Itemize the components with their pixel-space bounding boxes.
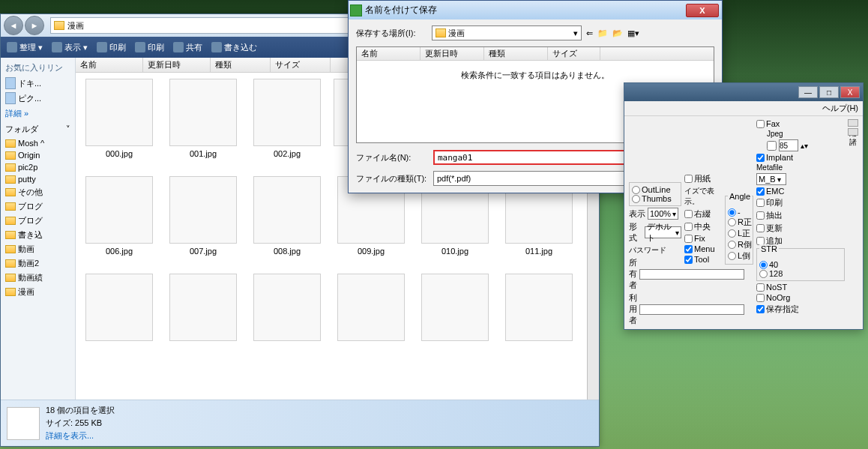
zoom-select[interactable]: 100% xyxy=(648,208,678,220)
user-label: 利用者 xyxy=(629,292,637,326)
new-folder-icon[interactable]: 📂 xyxy=(612,28,623,38)
display-label: 表示 xyxy=(629,208,645,220)
sidebar-folder[interactable]: 漫画 xyxy=(4,286,72,298)
angle-l-inv[interactable]: L倒 xyxy=(728,250,750,262)
sidebar-documents[interactable]: ドキ... xyxy=(4,76,72,90)
file-thumb[interactable]: 007.jpg xyxy=(166,176,241,256)
noorg-check[interactable]: NoOrg xyxy=(756,293,845,302)
jpeg-check[interactable] xyxy=(767,141,777,151)
minimize-button[interactable]: — xyxy=(798,86,818,98)
share-button[interactable]: 共有 xyxy=(173,42,202,53)
forward-button[interactable]: ► xyxy=(25,16,44,35)
status-size: サイズ: 255 KB xyxy=(46,418,115,429)
thumbs-radio[interactable]: Thumbs xyxy=(632,194,678,203)
outline-radio[interactable]: OutLine xyxy=(632,185,678,194)
savespec-check[interactable]: 保存指定 xyxy=(756,304,845,315)
list-col-type[interactable]: 種類 xyxy=(484,47,548,60)
settings-window: — □ X ヘルプ(H) OutLine Thumbs 表示100% 形式デホル… xyxy=(624,82,864,330)
sidebar-folder[interactable]: putty xyxy=(4,174,72,184)
tool-check[interactable]: Tool xyxy=(684,255,722,264)
sidebar-folder[interactable]: 動画2 xyxy=(4,257,72,270)
file-thumb[interactable]: 002.jpg xyxy=(250,79,325,158)
up-folder-icon[interactable]: 📁 xyxy=(597,28,608,38)
angle-group: Angle xyxy=(728,192,752,201)
view-menu-icon[interactable]: ▦▾ xyxy=(627,28,639,38)
file-thumb[interactable] xyxy=(334,274,409,341)
angle-none[interactable]: - xyxy=(728,208,750,217)
sidebar-folder[interactable]: 動画 xyxy=(4,243,72,256)
str-128[interactable]: 128 xyxy=(759,269,842,278)
owner-label: 所有者 xyxy=(629,257,637,291)
print-button-2[interactable]: 印刷 xyxy=(135,42,164,53)
jpeg-quality[interactable] xyxy=(779,139,798,151)
print-button-1[interactable]: 印刷 xyxy=(97,42,126,53)
location-combo[interactable]: 漫画 xyxy=(432,25,582,40)
file-thumb[interactable] xyxy=(501,274,576,341)
file-thumb[interactable]: 008.jpg xyxy=(250,176,325,256)
list-col-date[interactable]: 更新日時 xyxy=(421,47,484,60)
burn-button[interactable]: 書き込む xyxy=(211,42,257,53)
close-button[interactable]: X xyxy=(840,86,860,98)
file-thumb[interactable]: 006.jpg xyxy=(82,176,157,256)
col-date[interactable]: 更新日時 xyxy=(143,58,211,72)
str-group: STR xyxy=(759,244,779,253)
list-col-size[interactable]: サイズ xyxy=(548,47,600,60)
folders-header[interactable]: フォルダ˅ xyxy=(4,122,72,136)
metafile-label: Metafile xyxy=(756,163,845,172)
sidebar-folder[interactable]: ブログ xyxy=(4,200,72,213)
status-details-link[interactable]: 詳細を表示... xyxy=(46,430,115,442)
angle-r-pos[interactable]: R正 xyxy=(728,217,750,228)
help-menu[interactable]: ヘルプ(H) xyxy=(822,103,858,112)
file-thumb[interactable]: 000.jpg xyxy=(82,79,157,158)
menu-check[interactable]: Menu xyxy=(684,244,722,253)
format-select[interactable]: デホルト xyxy=(645,226,681,238)
str-40[interactable]: 40 xyxy=(759,260,842,269)
list-col-name[interactable]: 名前 xyxy=(357,47,421,60)
print-check[interactable]: 印刷 xyxy=(756,197,845,208)
right-check[interactable]: 右綴 xyxy=(684,208,722,220)
fix-check[interactable]: Fix xyxy=(684,234,722,243)
filetype-select[interactable]: pdf(*.pdf) xyxy=(433,171,648,186)
file-thumb[interactable]: 001.jpg xyxy=(166,79,241,158)
sidebar-folder[interactable]: ブログ xyxy=(4,214,72,227)
sidebar-more[interactable]: 詳細 » xyxy=(4,106,72,121)
back-button[interactable]: ◄ xyxy=(4,16,23,35)
file-thumb[interactable] xyxy=(418,274,492,341)
tab-2[interactable]: 諸 xyxy=(848,128,858,136)
update-check[interactable]: 更新 xyxy=(756,223,845,234)
view-menu[interactable]: 表示 ▾ xyxy=(52,42,88,53)
sidebar-folder[interactable]: Mosh ^ xyxy=(4,138,72,148)
col-type[interactable]: 種類 xyxy=(211,58,271,72)
extract-check[interactable]: 抽出 xyxy=(756,210,845,221)
explorer-sidebar: お気に入りリン ドキ... ピク... 詳細 » フォルダ˅ Mosh ^ Or… xyxy=(1,58,76,400)
paper-check[interactable]: 用紙 xyxy=(684,173,722,184)
status-bar: 18 個の項目を選択 サイズ: 255 KB 詳細を表示... xyxy=(1,400,599,446)
organize-menu[interactable]: 整理 ▾ xyxy=(7,42,43,53)
angle-r-inv[interactable]: R倒 xyxy=(728,239,750,250)
sidebar-folder[interactable]: 書き込 xyxy=(4,229,72,241)
implant-check[interactable]: Implant xyxy=(756,153,845,162)
file-thumb[interactable] xyxy=(250,274,325,341)
metafile-select[interactable]: M_B xyxy=(756,173,786,185)
fax-check[interactable]: Fax xyxy=(756,119,845,128)
col-name[interactable]: 名前 xyxy=(76,58,143,72)
back-icon[interactable]: ⇐ xyxy=(586,28,593,38)
col-size[interactable]: サイズ xyxy=(271,58,331,72)
sidebar-folder[interactable]: pic2p xyxy=(4,162,72,172)
sidebar-folder[interactable]: Origin xyxy=(4,150,72,160)
angle-l-pos[interactable]: L正 xyxy=(728,228,750,239)
maximize-button[interactable]: □ xyxy=(819,86,839,98)
tab-1[interactable]: 縮 xyxy=(848,119,858,127)
center-check[interactable]: 中央 xyxy=(684,221,722,232)
sidebar-folder[interactable]: その他 xyxy=(4,186,72,199)
nost-check[interactable]: NoST xyxy=(756,283,845,292)
file-thumb[interactable] xyxy=(82,274,157,341)
sidebar-folder[interactable]: 動画績 xyxy=(4,271,72,284)
settings-titlebar: — □ X xyxy=(624,83,863,101)
emc-check[interactable]: EMC xyxy=(756,187,845,196)
filename-input[interactable] xyxy=(433,150,648,165)
close-button[interactable]: X xyxy=(686,4,719,17)
sidebar-pictures[interactable]: ピク... xyxy=(4,91,72,105)
file-thumb[interactable] xyxy=(166,274,241,341)
dialog-titlebar: 名前を付けて保存 X xyxy=(349,1,722,19)
